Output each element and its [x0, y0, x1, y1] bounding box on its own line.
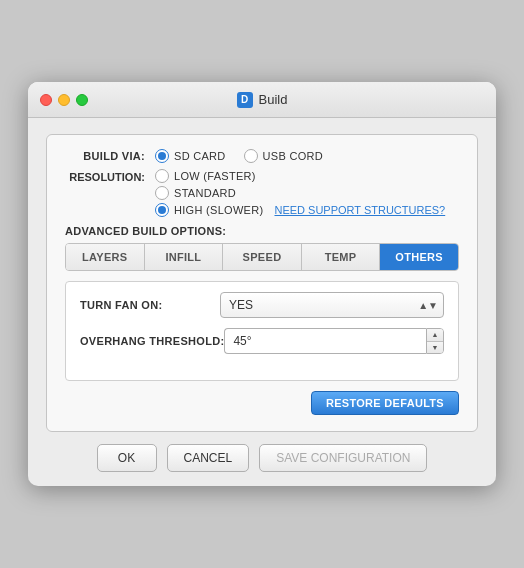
resolution-label: RESOLUTION:	[65, 169, 155, 183]
resolution-low-label: LOW (FASTER)	[174, 170, 256, 182]
cancel-button[interactable]: CANCEL	[167, 444, 250, 472]
titlebar-content: D Build	[237, 92, 288, 108]
tab-infill[interactable]: INFILL	[145, 244, 224, 270]
support-structures-link[interactable]: NEED SUPPORT STRUCTURES?	[274, 204, 445, 216]
advanced-label: ADVANCED BUILD OPTIONS:	[65, 225, 459, 237]
maximize-button[interactable]	[76, 94, 88, 106]
resolution-low-option[interactable]: LOW (FASTER)	[155, 169, 256, 183]
restore-defaults-row: RESTORE DEFAULTS	[65, 391, 459, 415]
resolution-standard-label: STANDARD	[174, 187, 236, 199]
traffic-lights	[40, 94, 88, 106]
resolution-standard-row: STANDARD	[155, 186, 445, 200]
overhang-input[interactable]	[224, 328, 426, 354]
resolution-options: LOW (FASTER) STANDARD	[155, 169, 445, 217]
sd-card-option[interactable]: SD CARD	[155, 149, 226, 163]
resolution-standard-option[interactable]: STANDARD	[155, 186, 236, 200]
resolution-high-row: HIGH (SLOWER) NEED SUPPORT STRUCTURES?	[155, 203, 445, 217]
build-via-row: BUILD VIA: SD CARD USB CORD	[65, 149, 459, 163]
close-button[interactable]	[40, 94, 52, 106]
tab-layers[interactable]: LAYERS	[66, 244, 145, 270]
panel-others: TURN FAN ON: YES NO ▲▼ OVERHANG THRESHOL…	[65, 281, 459, 381]
app-icon: D	[237, 92, 253, 108]
resolution-standard-radio[interactable]	[155, 186, 169, 200]
usb-cord-radio[interactable]	[244, 149, 258, 163]
usb-cord-label: USB CORD	[263, 150, 323, 162]
overhang-row: OVERHANG THRESHOLD: ▲ ▼	[80, 328, 444, 354]
sd-card-radio[interactable]	[155, 149, 169, 163]
main-window: D Build BUILD VIA: SD CARD	[28, 82, 496, 486]
window-title: Build	[259, 92, 288, 107]
build-via-options: SD CARD USB CORD	[155, 149, 323, 163]
advanced-tabs: LAYERS INFILL SPEED TEMP OTHERS	[65, 243, 459, 271]
sd-card-radio-fill	[158, 152, 166, 160]
ok-button[interactable]: OK	[97, 444, 157, 472]
resolution-low-row: LOW (FASTER)	[155, 169, 445, 183]
fan-select[interactable]: YES NO	[220, 292, 444, 318]
overhang-spinner: ▲ ▼	[224, 328, 444, 354]
overhang-spinner-buttons: ▲ ▼	[426, 328, 444, 354]
resolution-high-option[interactable]: HIGH (SLOWER)	[155, 203, 263, 217]
tab-speed[interactable]: SPEED	[223, 244, 302, 270]
resolution-high-radio[interactable]	[155, 203, 169, 217]
restore-defaults-button[interactable]: RESTORE DEFAULTS	[311, 391, 459, 415]
save-configuration-button[interactable]: SAVE CONFIGURATION	[259, 444, 427, 472]
fan-select-wrapper: YES NO ▲▼	[220, 292, 444, 318]
sd-card-label: SD CARD	[174, 150, 226, 162]
overhang-increment-button[interactable]: ▲	[427, 329, 443, 342]
fan-row: TURN FAN ON: YES NO ▲▼	[80, 292, 444, 318]
build-via-label: BUILD VIA:	[65, 150, 155, 162]
usb-cord-option[interactable]: USB CORD	[244, 149, 323, 163]
fan-label: TURN FAN ON:	[80, 299, 220, 311]
tab-others[interactable]: OTHERS	[380, 244, 458, 270]
resolution-section: RESOLUTION: LOW (FASTER) STANDARD	[65, 169, 459, 217]
resolution-high-label: HIGH (SLOWER)	[174, 204, 263, 216]
bottom-buttons: OK CANCEL SAVE CONFIGURATION	[46, 444, 478, 472]
tab-temp[interactable]: TEMP	[302, 244, 381, 270]
overhang-label: OVERHANG THRESHOLD:	[80, 335, 224, 347]
titlebar: D Build	[28, 82, 496, 118]
resolution-high-radio-fill	[158, 206, 166, 214]
window-body: BUILD VIA: SD CARD USB CORD RE	[28, 118, 496, 486]
minimize-button[interactable]	[58, 94, 70, 106]
overhang-decrement-button[interactable]: ▼	[427, 342, 443, 354]
settings-box: BUILD VIA: SD CARD USB CORD RE	[46, 134, 478, 432]
resolution-low-radio[interactable]	[155, 169, 169, 183]
